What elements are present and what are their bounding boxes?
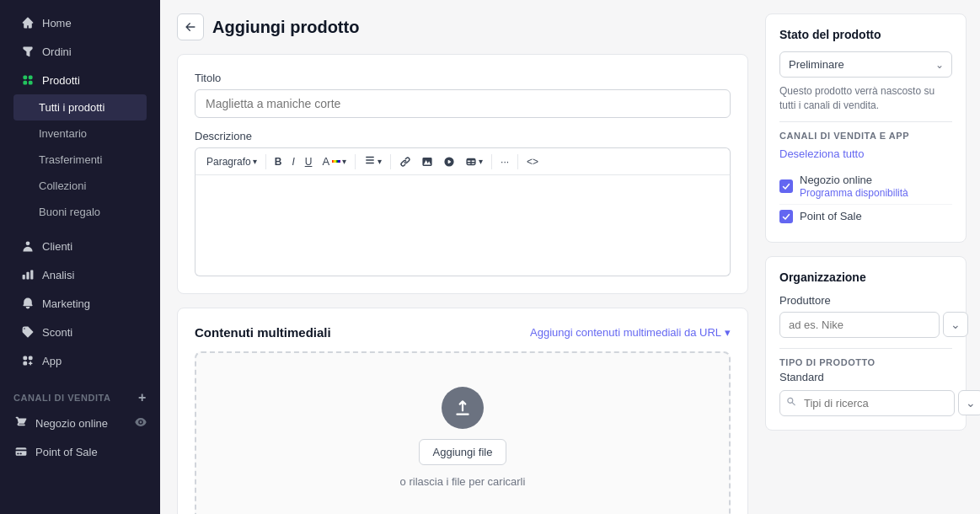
sidebar-subitem-inventario[interactable]: Inventario (7, 120, 153, 147)
organizzazione-card: Organizzazione Produttore ⌄ TIPO DI PROD… (765, 256, 967, 431)
marketing-icon (20, 296, 35, 311)
description-editor[interactable] (195, 175, 731, 276)
produttore-input[interactable] (779, 312, 940, 338)
sidebar-item-label: App (42, 355, 62, 367)
code-btn[interactable]: <> (522, 153, 543, 170)
chevron-down-icon: ▾ (378, 157, 382, 166)
sidebar-subitem-label: Collezioni (39, 179, 86, 192)
add-channel-icon[interactable]: + (138, 390, 147, 405)
bold-btn[interactable]: B (270, 153, 287, 170)
sidebar-subitem-label: Inventario (39, 127, 87, 140)
sidebar-item-marketing[interactable]: Marketing (7, 289, 153, 318)
image-btn[interactable] (417, 153, 437, 170)
discounts-icon (20, 324, 35, 340)
sidebar-item-label: Analisi (42, 269, 74, 281)
tipo-title: TIPO DI PRODOTTO (779, 357, 952, 367)
align-btn[interactable]: ▾ (360, 152, 386, 171)
page-header: Aggiungi prodotto (177, 13, 748, 40)
media-card: Contenuti multimediali Aggiungi contenut… (177, 308, 748, 514)
clients-icon (20, 238, 35, 254)
sidebar-item-app[interactable]: App (7, 346, 153, 375)
color-btn[interactable]: A ▾ (318, 153, 351, 170)
stato-title: Stato del prodotto (779, 28, 952, 41)
italic-btn[interactable]: I (287, 153, 298, 170)
upload-area[interactable]: Aggiungi file o rilascia i file per cari… (195, 351, 731, 514)
tipo-search-input[interactable] (779, 390, 955, 416)
underline-btn[interactable]: U (301, 153, 317, 170)
sidebar-channel-label: Point of Sale (35, 446, 98, 458)
sidebar-item-label: Sconti (42, 326, 72, 339)
sidebar-channel-negozio[interactable]: Negozio online (0, 409, 160, 437)
sidebar-subitem-trasferimenti[interactable]: Trasferimenti (7, 147, 153, 173)
media-header: Contenuti multimediali Aggiungi contenut… (195, 325, 731, 340)
sidebar-subitem-tutti[interactable]: Tutti i prodotti (13, 94, 147, 120)
sidebar-item-analisi[interactable]: Analisi (7, 260, 153, 289)
analytics-icon (20, 267, 35, 282)
programma-disponibilita-link[interactable]: Programma disponibilità (800, 187, 908, 199)
sidebar-item-label: Home (42, 17, 72, 29)
upload-icon (442, 387, 484, 429)
chevron-down-icon: ▾ (479, 157, 483, 166)
title-input[interactable] (195, 89, 731, 118)
channel-pos-checkbox[interactable] (779, 210, 793, 223)
sidebar-item-prodotti[interactable]: Prodotti (7, 66, 153, 94)
orders-icon (20, 44, 35, 59)
right-panel: Stato del prodotto Preliminare Attivo Ar… (765, 0, 980, 514)
negozio-icon (13, 415, 29, 431)
toolbar-divider (390, 154, 391, 169)
back-button[interactable] (177, 13, 204, 40)
org-divider (779, 348, 952, 349)
paragraph-btn[interactable]: Paragrafo ▾ (202, 153, 261, 170)
stato-select-wrapper: Preliminare Attivo Archiviato (779, 51, 952, 78)
toolbar-divider (491, 154, 492, 169)
sidebar-channel-label: Negozio online (35, 417, 108, 430)
stato-card: Stato del prodotto Preliminare Attivo Ar… (765, 13, 967, 243)
toolbar-divider (517, 154, 518, 169)
channels-label: CANALI DI VENDITA E APP (779, 131, 952, 141)
link-btn[interactable] (395, 153, 415, 170)
more-btn[interactable]: ··· (496, 153, 513, 170)
sidebar-item-ordini[interactable]: Ordini (7, 37, 153, 66)
description-label: Descrizione (195, 130, 731, 142)
toolbar-divider (265, 154, 266, 169)
editor-toolbar: Paragrafo ▾ B I U A ▾ (195, 147, 731, 175)
tipo-expand-btn[interactable]: ⌄ (958, 390, 980, 415)
chevron-down-icon: ▾ (253, 157, 257, 166)
stato-hint: Questo prodotto verrà nascosto su tutti … (779, 84, 952, 113)
sidebar: Home Ordini Prodotti Tutti i prodotti In… (0, 0, 160, 514)
sidebar-item-sconti[interactable]: Sconti (7, 318, 153, 346)
channel-negozio-item: Negozio online Programma disponibilità (779, 169, 952, 204)
sidebar-subitem-collezioni[interactable]: Collezioni (7, 173, 153, 199)
channel-pos-item: Point of Sale (779, 204, 952, 228)
channel-negozio-name: Negozio online (800, 174, 952, 186)
home-icon (20, 15, 35, 30)
org-title: Organizzazione (779, 270, 952, 284)
tipo-value: Standard (779, 371, 952, 383)
produttore-row: Produttore ⌄ (779, 294, 952, 338)
sidebar-channel-pos[interactable]: Point of Sale (0, 437, 160, 466)
sidebar-item-label: Clienti (42, 240, 72, 253)
table-btn[interactable]: ▾ (461, 153, 487, 170)
deselect-all-link[interactable]: Deseleziona tutto (779, 147, 952, 160)
product-details-card: Titolo Descrizione Paragrafo ▾ B I U A ▾ (177, 54, 748, 294)
add-media-url-link[interactable]: Aggiungi contenuti multimediali da URL ▾ (530, 326, 731, 339)
channel-negozio-checkbox[interactable] (779, 179, 793, 193)
toolbar-divider (355, 154, 356, 169)
sidebar-item-clienti[interactable]: Clienti (7, 232, 153, 260)
sidebar-subitem-label: Buoni regalo (39, 206, 100, 218)
sidebar-item-label: Prodotti (42, 74, 80, 87)
channel-pos-name: Point of Sale (800, 210, 952, 222)
sidebar-item-home[interactable]: Home (7, 8, 153, 37)
produttore-label: Produttore (779, 294, 952, 307)
add-file-button[interactable]: Aggiungi file (419, 439, 507, 465)
main-content: Aggiungi prodotto Titolo Descrizione Par… (160, 0, 765, 514)
upload-hint: o rilascia i file per caricarli (400, 475, 526, 488)
page-title: Aggiungi prodotto (212, 18, 359, 37)
stato-select[interactable]: Preliminare Attivo Archiviato (779, 51, 952, 78)
sidebar-subitem-buoni[interactable]: Buoni regalo (7, 199, 153, 225)
align-icon (364, 154, 376, 169)
produttore-expand-btn[interactable]: ⌄ (943, 312, 968, 337)
sidebar-item-label: Ordini (42, 46, 72, 58)
video-btn[interactable] (439, 153, 459, 170)
products-icon (20, 72, 35, 88)
